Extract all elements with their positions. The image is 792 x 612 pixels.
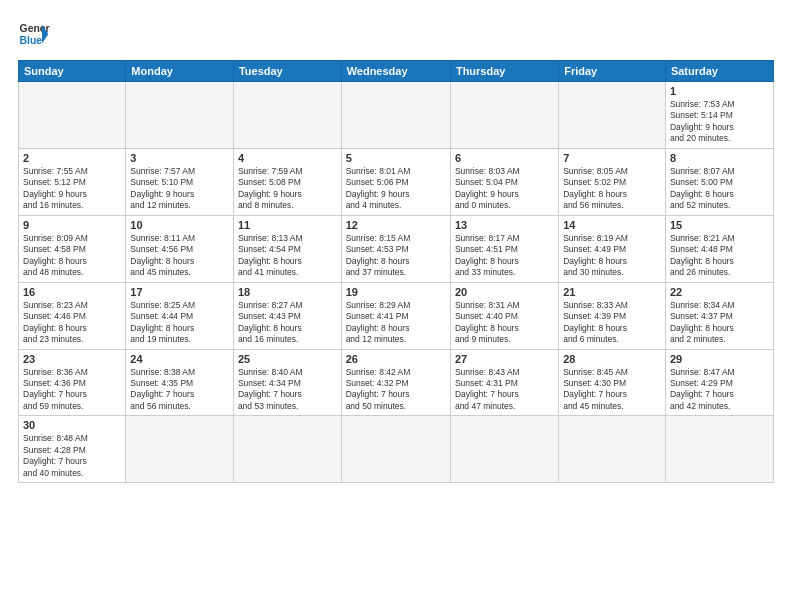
day-number: 7 [563,152,661,164]
day-number: 19 [346,286,446,298]
day-cell: 14Sunrise: 8:19 AMSunset: 4:49 PMDayligh… [559,215,666,282]
day-cell: 26Sunrise: 8:42 AMSunset: 4:32 PMDayligh… [341,349,450,416]
day-number: 22 [670,286,769,298]
day-number: 5 [346,152,446,164]
day-number: 23 [23,353,121,365]
day-cell: 17Sunrise: 8:25 AMSunset: 4:44 PMDayligh… [126,282,234,349]
weekday-header-saturday: Saturday [665,61,773,82]
day-info: Sunrise: 8:33 AMSunset: 4:39 PMDaylight:… [563,300,661,346]
day-info: Sunrise: 8:31 AMSunset: 4:40 PMDaylight:… [455,300,554,346]
day-cell: 28Sunrise: 8:45 AMSunset: 4:30 PMDayligh… [559,349,666,416]
day-number: 20 [455,286,554,298]
weekday-header-tuesday: Tuesday [233,61,341,82]
day-info: Sunrise: 7:53 AMSunset: 5:14 PMDaylight:… [670,99,769,145]
day-number: 4 [238,152,337,164]
day-info: Sunrise: 8:01 AMSunset: 5:06 PMDaylight:… [346,166,446,212]
day-cell: 27Sunrise: 8:43 AMSunset: 4:31 PMDayligh… [450,349,558,416]
day-cell: 16Sunrise: 8:23 AMSunset: 4:46 PMDayligh… [19,282,126,349]
day-number: 21 [563,286,661,298]
week-row-5: 23Sunrise: 8:36 AMSunset: 4:36 PMDayligh… [19,349,774,416]
day-cell [450,82,558,149]
day-info: Sunrise: 8:09 AMSunset: 4:58 PMDaylight:… [23,233,121,279]
day-info: Sunrise: 8:27 AMSunset: 4:43 PMDaylight:… [238,300,337,346]
day-cell: 11Sunrise: 8:13 AMSunset: 4:54 PMDayligh… [233,215,341,282]
day-info: Sunrise: 8:25 AMSunset: 4:44 PMDaylight:… [130,300,229,346]
day-info: Sunrise: 8:23 AMSunset: 4:46 PMDaylight:… [23,300,121,346]
day-cell [665,416,773,483]
day-number: 10 [130,219,229,231]
day-info: Sunrise: 8:13 AMSunset: 4:54 PMDaylight:… [238,233,337,279]
header: General Blue [18,18,774,50]
day-cell: 2Sunrise: 7:55 AMSunset: 5:12 PMDaylight… [19,148,126,215]
day-cell: 20Sunrise: 8:31 AMSunset: 4:40 PMDayligh… [450,282,558,349]
day-number: 11 [238,219,337,231]
weekday-header-thursday: Thursday [450,61,558,82]
day-info: Sunrise: 8:43 AMSunset: 4:31 PMDaylight:… [455,367,554,413]
day-info: Sunrise: 8:48 AMSunset: 4:28 PMDaylight:… [23,433,121,479]
day-cell: 15Sunrise: 8:21 AMSunset: 4:48 PMDayligh… [665,215,773,282]
day-number: 30 [23,419,121,431]
day-cell [233,82,341,149]
day-cell [126,416,234,483]
day-info: Sunrise: 8:47 AMSunset: 4:29 PMDaylight:… [670,367,769,413]
svg-text:Blue: Blue [20,35,43,46]
day-cell: 10Sunrise: 8:11 AMSunset: 4:56 PMDayligh… [126,215,234,282]
day-number: 12 [346,219,446,231]
day-number: 2 [23,152,121,164]
day-number: 15 [670,219,769,231]
day-info: Sunrise: 8:34 AMSunset: 4:37 PMDaylight:… [670,300,769,346]
day-info: Sunrise: 8:15 AMSunset: 4:53 PMDaylight:… [346,233,446,279]
day-cell [559,416,666,483]
day-info: Sunrise: 8:38 AMSunset: 4:35 PMDaylight:… [130,367,229,413]
day-info: Sunrise: 8:07 AMSunset: 5:00 PMDaylight:… [670,166,769,212]
calendar: SundayMondayTuesdayWednesdayThursdayFrid… [18,60,774,483]
day-cell [233,416,341,483]
day-number: 18 [238,286,337,298]
weekday-header-wednesday: Wednesday [341,61,450,82]
weekday-header-sunday: Sunday [19,61,126,82]
day-info: Sunrise: 8:05 AMSunset: 5:02 PMDaylight:… [563,166,661,212]
day-cell: 7Sunrise: 8:05 AMSunset: 5:02 PMDaylight… [559,148,666,215]
week-row-4: 16Sunrise: 8:23 AMSunset: 4:46 PMDayligh… [19,282,774,349]
day-info: Sunrise: 8:21 AMSunset: 4:48 PMDaylight:… [670,233,769,279]
day-number: 9 [23,219,121,231]
day-cell [19,82,126,149]
logo: General Blue [18,18,50,50]
day-info: Sunrise: 8:45 AMSunset: 4:30 PMDaylight:… [563,367,661,413]
day-info: Sunrise: 8:17 AMSunset: 4:51 PMDaylight:… [455,233,554,279]
day-info: Sunrise: 8:40 AMSunset: 4:34 PMDaylight:… [238,367,337,413]
week-row-6: 30Sunrise: 8:48 AMSunset: 4:28 PMDayligh… [19,416,774,483]
week-row-1: 1Sunrise: 7:53 AMSunset: 5:14 PMDaylight… [19,82,774,149]
day-info: Sunrise: 8:03 AMSunset: 5:04 PMDaylight:… [455,166,554,212]
day-cell: 4Sunrise: 7:59 AMSunset: 5:08 PMDaylight… [233,148,341,215]
day-number: 29 [670,353,769,365]
day-cell [341,82,450,149]
day-cell [559,82,666,149]
day-info: Sunrise: 7:59 AMSunset: 5:08 PMDaylight:… [238,166,337,212]
logo-icon: General Blue [18,18,50,50]
day-number: 13 [455,219,554,231]
day-cell [126,82,234,149]
day-cell: 6Sunrise: 8:03 AMSunset: 5:04 PMDaylight… [450,148,558,215]
day-info: Sunrise: 8:42 AMSunset: 4:32 PMDaylight:… [346,367,446,413]
day-number: 1 [670,85,769,97]
day-cell [341,416,450,483]
day-cell: 18Sunrise: 8:27 AMSunset: 4:43 PMDayligh… [233,282,341,349]
day-number: 17 [130,286,229,298]
day-cell: 3Sunrise: 7:57 AMSunset: 5:10 PMDaylight… [126,148,234,215]
day-number: 27 [455,353,554,365]
day-number: 26 [346,353,446,365]
day-cell: 24Sunrise: 8:38 AMSunset: 4:35 PMDayligh… [126,349,234,416]
weekday-header-row: SundayMondayTuesdayWednesdayThursdayFrid… [19,61,774,82]
day-number: 24 [130,353,229,365]
day-number: 14 [563,219,661,231]
day-number: 16 [23,286,121,298]
day-cell: 5Sunrise: 8:01 AMSunset: 5:06 PMDaylight… [341,148,450,215]
day-cell: 8Sunrise: 8:07 AMSunset: 5:00 PMDaylight… [665,148,773,215]
day-cell: 23Sunrise: 8:36 AMSunset: 4:36 PMDayligh… [19,349,126,416]
day-cell: 29Sunrise: 8:47 AMSunset: 4:29 PMDayligh… [665,349,773,416]
day-number: 3 [130,152,229,164]
day-info: Sunrise: 7:57 AMSunset: 5:10 PMDaylight:… [130,166,229,212]
day-cell: 19Sunrise: 8:29 AMSunset: 4:41 PMDayligh… [341,282,450,349]
day-number: 25 [238,353,337,365]
